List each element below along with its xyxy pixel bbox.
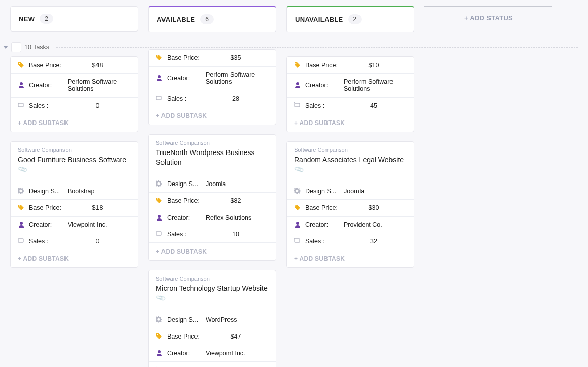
design-value: WordPress bbox=[203, 316, 269, 323]
add-status-button[interactable]: + ADD STATUS bbox=[424, 6, 552, 29]
gear-icon bbox=[18, 188, 25, 195]
card-stack-available: Base Price: $35 Creator: Perform Softwar… bbox=[148, 49, 276, 367]
card-title: Good Furniture Business Software 📎 bbox=[18, 155, 130, 174]
swimlane-label: 10 Tasks bbox=[24, 44, 49, 51]
paperclip-icon: 📎 bbox=[155, 292, 167, 304]
swimlane-header: 10 Tasks bbox=[3, 42, 578, 52]
sales-value: 32 bbox=[341, 238, 407, 245]
field-label: Creator: bbox=[29, 221, 64, 228]
paperclip-icon: 📎 bbox=[17, 164, 29, 175]
user-icon bbox=[156, 350, 163, 357]
field-label: Base Price: bbox=[305, 62, 341, 69]
field-label: Sales : bbox=[305, 238, 341, 245]
column-title: UNAVAILABLE bbox=[295, 16, 343, 23]
add-subtask-button[interactable]: + ADD SUBTASK bbox=[287, 250, 414, 267]
gear-icon bbox=[156, 316, 163, 323]
field-label: Design S... bbox=[167, 180, 203, 188]
creator-value: Perform Software Solutions bbox=[64, 78, 130, 93]
add-subtask-button[interactable]: + ADD SUBTASK bbox=[11, 114, 138, 132]
task-card[interactable]: Software Comparison Random Associates Le… bbox=[286, 141, 414, 268]
column-header-new[interactable]: NEW 2 bbox=[10, 6, 138, 32]
card-tag: Software Comparison bbox=[18, 147, 130, 153]
card-tag: Software Comparison bbox=[294, 147, 407, 153]
task-card[interactable]: Software Comparison TrueNorth Wordpress … bbox=[148, 134, 276, 261]
field-label: Base Price: bbox=[167, 333, 203, 340]
column-header-available[interactable]: AVAILABLE 6 bbox=[148, 6, 276, 32]
base-price-value: $10 bbox=[341, 62, 407, 69]
card-title: TrueNorth Wordpress Business Solution bbox=[156, 148, 269, 167]
base-price-value: $47 bbox=[203, 333, 269, 340]
base-price-value: $48 bbox=[64, 62, 130, 69]
task-card[interactable]: Software Comparison Micron Technology St… bbox=[148, 270, 276, 367]
price-tag-icon bbox=[18, 204, 25, 211]
collapse-caret-icon[interactable] bbox=[3, 46, 8, 49]
base-price-value: $30 bbox=[341, 204, 407, 211]
task-card[interactable]: Base Price: $48 Creator: Perform Softwar… bbox=[10, 56, 138, 132]
cart-icon bbox=[18, 102, 25, 109]
sales-value: 0 bbox=[64, 238, 130, 245]
column-title: NEW bbox=[19, 15, 35, 23]
swimlane-divider bbox=[56, 47, 578, 48]
field-label: Base Price: bbox=[29, 62, 64, 69]
swimlane-color-box[interactable] bbox=[11, 42, 21, 52]
user-icon bbox=[18, 221, 25, 228]
add-subtask-button[interactable]: + ADD SUBTASK bbox=[11, 250, 138, 267]
price-tag-icon bbox=[294, 204, 301, 211]
field-label: Sales : bbox=[29, 238, 64, 245]
field-label: Design S... bbox=[305, 188, 341, 195]
field-label: Sales : bbox=[167, 231, 203, 238]
add-subtask-button[interactable]: + ADD SUBTASK bbox=[149, 242, 276, 260]
user-icon bbox=[18, 82, 25, 89]
base-price-value: $35 bbox=[203, 54, 269, 62]
task-card[interactable]: Base Price: $10 Creator: Perform Softwar… bbox=[286, 56, 414, 132]
card-tag: Software Comparison bbox=[156, 140, 269, 146]
cart-icon bbox=[18, 238, 25, 245]
design-value: Bootstrap bbox=[64, 188, 130, 195]
field-label: Creator: bbox=[167, 214, 203, 221]
creator-value: Viewpoint Inc. bbox=[203, 350, 269, 357]
cart-icon bbox=[156, 231, 163, 238]
design-value: Joomla bbox=[341, 188, 407, 195]
add-subtask-button[interactable]: + ADD SUBTASK bbox=[287, 114, 414, 132]
column-count-badge: 2 bbox=[40, 14, 53, 24]
add-subtask-button[interactable]: + ADD SUBTASK bbox=[149, 107, 276, 125]
field-label: Creator: bbox=[167, 75, 203, 82]
column-unavailable: UNAVAILABLE 2 bbox=[286, 6, 414, 32]
field-label: Sales : bbox=[305, 102, 341, 109]
user-icon bbox=[156, 214, 163, 221]
card-title: Micron Technology Startup Website 📎 bbox=[156, 284, 269, 303]
price-tag-icon bbox=[18, 62, 25, 69]
column-header-unavailable[interactable]: UNAVAILABLE 2 bbox=[286, 6, 414, 32]
cart-icon bbox=[294, 238, 301, 245]
column-new: NEW 2 bbox=[10, 6, 138, 32]
column-count-badge: 2 bbox=[348, 14, 362, 24]
field-label: Creator: bbox=[305, 82, 341, 89]
design-value: Joomla bbox=[203, 180, 269, 188]
column-available: AVAILABLE 6 bbox=[148, 6, 276, 32]
field-label: Design S... bbox=[29, 188, 64, 195]
creator-value: Provident Co. bbox=[341, 221, 407, 228]
gear-icon bbox=[294, 188, 301, 195]
column-title: AVAILABLE bbox=[157, 16, 195, 23]
card-title: Random Associates Legal Website 📎 bbox=[294, 155, 407, 174]
task-card[interactable]: Base Price: $35 Creator: Perform Softwar… bbox=[148, 49, 276, 125]
field-label: Creator: bbox=[167, 350, 203, 357]
sales-value: 0 bbox=[64, 102, 130, 109]
creator-value: Perform Software Solutions bbox=[203, 71, 269, 85]
price-tag-icon bbox=[156, 197, 163, 204]
user-icon bbox=[294, 82, 301, 89]
card-stack-new: Base Price: $48 Creator: Perform Softwar… bbox=[10, 56, 138, 268]
field-label: Base Price: bbox=[305, 204, 341, 211]
field-label: Creator: bbox=[305, 221, 341, 228]
field-label: Design S... bbox=[167, 316, 203, 323]
task-card[interactable]: Software Comparison Good Furniture Busin… bbox=[10, 141, 138, 268]
price-tag-icon bbox=[156, 333, 163, 340]
field-label: Base Price: bbox=[29, 204, 64, 211]
field-label: Creator: bbox=[29, 82, 64, 89]
card-tag: Software Comparison bbox=[156, 276, 269, 282]
paperclip-icon: 📎 bbox=[293, 164, 305, 175]
field-label: Sales : bbox=[29, 102, 64, 109]
creator-value: Viewpoint Inc. bbox=[64, 221, 130, 228]
sales-value: 10 bbox=[203, 231, 269, 238]
price-tag-icon bbox=[294, 62, 301, 69]
